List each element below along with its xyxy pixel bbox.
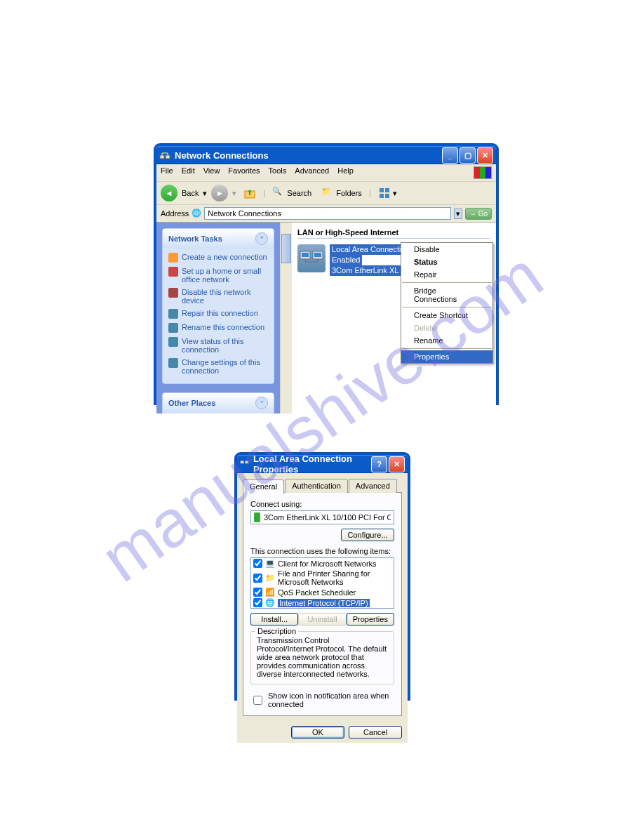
- menu-view[interactable]: View: [203, 166, 220, 179]
- views-icon: [378, 187, 391, 199]
- nic-icon: [254, 512, 260, 522]
- svg-rect-6: [385, 194, 389, 198]
- show-icon-checkbox[interactable]: [253, 696, 262, 705]
- item-client[interactable]: 💻Client for Microsoft Networks: [251, 558, 394, 569]
- tab-authentication[interactable]: Authentication: [285, 479, 348, 493]
- item-checkbox[interactable]: [253, 598, 262, 607]
- ctx-disable[interactable]: Disable: [401, 243, 492, 256]
- wizard-icon: [168, 253, 178, 263]
- svg-rect-0: [160, 155, 164, 159]
- window-title: Network Connections: [175, 150, 269, 161]
- address-input[interactable]: [204, 207, 451, 220]
- tab-page-general: Connect using: 3Com EtherLink XL 10/100 …: [243, 492, 402, 716]
- other-places-header[interactable]: Other Places⌃: [163, 393, 274, 413]
- address-dropdown[interactable]: ▾: [454, 208, 462, 219]
- back-button[interactable]: ◄: [161, 185, 177, 201]
- window-controls: _ ▢ ✕: [442, 147, 493, 164]
- item-tcpip[interactable]: 🌐Internet Protocol (TCP/IP): [251, 597, 394, 608]
- titlebar[interactable]: Local Area Connection Properties ? ✕: [237, 455, 408, 473]
- task-status[interactable]: View status of this connection: [168, 337, 268, 354]
- folders-button[interactable]: 📁Folders: [318, 185, 365, 201]
- network-connections-window: Network Connections _ ▢ ✕ File Edit View…: [154, 144, 498, 404]
- network-icon: [159, 150, 170, 161]
- svg-rect-10: [314, 253, 321, 257]
- ctx-rename[interactable]: Rename: [401, 334, 492, 347]
- item-fileshare[interactable]: 📁File and Printer Sharing for Microsoft …: [251, 569, 394, 587]
- task-setup-network[interactable]: Set up a home or small office network: [168, 267, 268, 284]
- settings-icon: [168, 358, 178, 368]
- description-label: Description: [255, 627, 298, 635]
- views-button[interactable]: ▾: [375, 185, 400, 201]
- rename-icon: [168, 323, 178, 333]
- item-qos[interactable]: 📶QoS Packet Scheduler: [251, 587, 394, 597]
- adapter-name: 3Com EtherLink XL 10/100 PCI For Complet…: [264, 513, 391, 522]
- help-button[interactable]: ?: [371, 456, 387, 472]
- disable-icon: [168, 288, 178, 298]
- menu-tools[interactable]: Tools: [269, 166, 287, 179]
- windows-flag-icon: [474, 166, 492, 179]
- connect-using-label: Connect using:: [250, 500, 394, 508]
- close-button[interactable]: ✕: [477, 147, 493, 164]
- tab-advanced[interactable]: Advanced: [349, 479, 397, 493]
- forward-dropdown[interactable]: ▾: [232, 189, 236, 198]
- menu-advanced[interactable]: Advanced: [295, 166, 329, 179]
- install-button[interactable]: Install...: [250, 613, 298, 626]
- explorer-body: Network Tasks⌃ Create a new connection S…: [156, 223, 496, 413]
- menu-file[interactable]: File: [161, 166, 173, 179]
- menu-help[interactable]: Help: [337, 166, 354, 179]
- configure-button[interactable]: Configure...: [341, 529, 394, 541]
- protocol-icon: 🌐: [265, 598, 275, 607]
- uninstall-button: Uninstall: [298, 613, 346, 626]
- ctx-bridge[interactable]: Bridge Connections: [401, 284, 492, 305]
- connection-icon: [240, 458, 249, 470]
- back-dropdown[interactable]: ▾: [203, 189, 207, 198]
- collapse-icon[interactable]: ⌃: [255, 232, 268, 245]
- item-checkbox[interactable]: [253, 559, 262, 568]
- svg-rect-3: [380, 188, 384, 192]
- items-label: This connection uses the following items…: [250, 547, 394, 555]
- items-listbox[interactable]: 💻Client for Microsoft Networks 📁File and…: [250, 557, 394, 609]
- menu-edit[interactable]: Edit: [182, 166, 195, 179]
- ctx-repair[interactable]: Repair: [401, 268, 492, 281]
- folder-up-icon: [243, 187, 256, 199]
- task-create-connection[interactable]: Create a new connection: [168, 253, 268, 263]
- cancel-button[interactable]: Cancel: [349, 726, 402, 739]
- go-button[interactable]: → Go: [465, 208, 492, 220]
- network-tasks-panel: Network Tasks⌃ Create a new connection S…: [162, 228, 274, 384]
- ctx-properties[interactable]: Properties: [401, 350, 492, 363]
- svg-rect-9: [302, 253, 309, 257]
- task-settings[interactable]: Change settings of this connection: [168, 358, 268, 375]
- item-checkbox[interactable]: [253, 574, 262, 583]
- task-repair[interactable]: Repair this connection: [168, 309, 268, 319]
- search-button[interactable]: 🔍Search: [269, 185, 314, 201]
- close-button[interactable]: ✕: [389, 456, 405, 472]
- forward-button[interactable]: ►: [211, 185, 228, 201]
- dialog-body: General Authentication Advanced Connect …: [237, 473, 408, 722]
- status-icon: [168, 337, 178, 347]
- back-label: Back: [182, 189, 199, 197]
- client-icon: 💻: [265, 559, 275, 568]
- network-tasks-header[interactable]: Network Tasks⌃: [163, 229, 274, 249]
- item-checkbox[interactable]: [253, 588, 262, 597]
- titlebar[interactable]: Network Connections _ ▢ ✕: [156, 146, 496, 164]
- task-disable-device[interactable]: Disable this network device: [168, 288, 268, 305]
- properties-button[interactable]: Properties: [347, 613, 394, 626]
- folders-icon: 📁: [321, 187, 334, 199]
- up-button[interactable]: [241, 185, 259, 201]
- ctx-delete: Delete: [401, 322, 492, 334]
- ctx-shortcut[interactable]: Create Shortcut: [401, 309, 492, 322]
- task-rename[interactable]: Rename this connection: [168, 323, 268, 333]
- maximize-button[interactable]: ▢: [459, 147, 476, 164]
- connection-properties-dialog: Local Area Connection Properties ? ✕ Gen…: [235, 453, 410, 700]
- ctx-status[interactable]: Status: [401, 256, 492, 268]
- minimize-button[interactable]: _: [442, 147, 458, 164]
- qos-icon: 📶: [265, 588, 275, 597]
- menu-favorites[interactable]: Favorites: [228, 166, 260, 179]
- tab-general[interactable]: General: [243, 479, 284, 494]
- dialog-title: Local Area Connection Properties: [253, 454, 371, 475]
- connection-status: Enabled: [330, 255, 362, 265]
- collapse-icon[interactable]: ⌃: [255, 397, 268, 409]
- sidepane-scrollbar[interactable]: [280, 223, 292, 413]
- ok-button[interactable]: OK: [291, 726, 344, 739]
- description-text: Transmission Control Protocol/Internet P…: [257, 636, 388, 678]
